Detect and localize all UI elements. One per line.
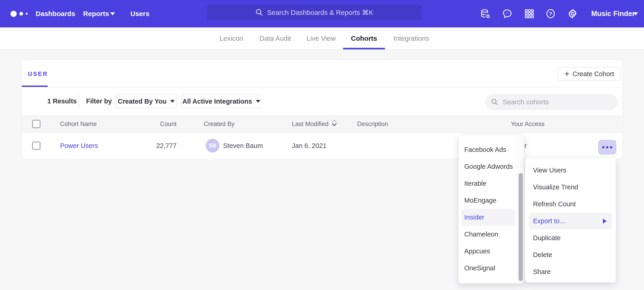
avatar: SB [206, 139, 220, 153]
tab-lexicon[interactable]: Lexicon [220, 28, 243, 49]
row-actions-menu: View Users Visualize Trend Refresh Count… [525, 158, 616, 282]
create-cohort-label: Create Cohort [572, 70, 614, 78]
menu-item-delete[interactable]: Delete [525, 246, 616, 263]
menu-item-share[interactable]: Share [525, 263, 616, 280]
table-row: Power Users 22,777 SB Steven Baum Jan 6,… [22, 133, 622, 159]
tab-cohorts[interactable]: Cohorts [351, 28, 377, 49]
logo-dot-small [26, 13, 28, 15]
create-cohort-button[interactable]: + Create Cohort [558, 67, 621, 81]
menu-item-view-users[interactable]: View Users [525, 162, 616, 179]
divider [78, 94, 79, 108]
feedback-icon[interactable] [502, 8, 513, 19]
menu-item-onesignal[interactable]: OneSignal [458, 260, 518, 276]
dot-icon [606, 146, 608, 149]
search-icon [491, 98, 498, 106]
cohorts-page: { "colors":{ "navbar":"#4B40DF","nav-sea… [0, 0, 644, 290]
scrollbar-thumb[interactable] [519, 173, 523, 281]
column-header-created-by[interactable]: Created By [204, 115, 234, 133]
cohorts-card: USER + Create Cohort 1 Results Filter by… [22, 60, 622, 159]
created-by-filter-label: Created By You [118, 98, 166, 105]
column-header-your-access[interactable]: Your Access [511, 115, 545, 133]
divider [22, 87, 622, 87]
cohort-search-input[interactable] [503, 98, 608, 106]
row-checkbox[interactable] [32, 141, 40, 150]
svg-text:?: ? [549, 11, 552, 17]
export-destinations-submenu: Braze Facebook Ads Google Adwords Iterab… [458, 135, 524, 283]
nav-item-dashboards[interactable]: Dashboards [36, 0, 75, 28]
menu-item-moengage[interactable]: MoEngage [458, 192, 518, 209]
submenu-arrow-icon [603, 219, 606, 224]
logo-dot-large [10, 11, 17, 17]
cohort-count: 22,777 [118, 133, 176, 159]
global-search-input[interactable]: Search Dashboards & Reports ⌘K [207, 5, 422, 20]
column-header-last-modified[interactable]: Last Modified [292, 115, 337, 133]
menu-item-chameleon[interactable]: Chameleon [458, 226, 518, 243]
settings-gear-icon[interactable] [567, 8, 578, 19]
table-header-row: Cohort Name Count Created By Last Modifi… [22, 115, 622, 133]
menu-item-visualize-trend[interactable]: Visualize Trend [525, 179, 616, 196]
workspace-switcher[interactable]: Music Finder [591, 0, 635, 28]
chevron-down-icon [256, 100, 260, 103]
active-tab-underline [343, 48, 385, 49]
menu-item-insider[interactable]: Insider [461, 209, 515, 226]
column-header-cohort-name[interactable]: Cohort Name [60, 115, 97, 133]
search-icon [255, 8, 263, 17]
mixpanel-dots-logo[interactable] [10, 0, 28, 28]
help-icon[interactable]: ? [545, 8, 556, 19]
menu-item-braze[interactable]: Braze [458, 135, 518, 141]
chevron-down-icon [110, 12, 115, 15]
results-count: 1 Results [47, 87, 77, 115]
tab-integrations[interactable]: Integrations [394, 28, 429, 49]
tab-user-cohorts[interactable]: USER [28, 70, 48, 78]
dot-icon [602, 146, 604, 149]
filter-by-label: Filter by [86, 87, 112, 115]
menu-item-refresh-count[interactable]: Refresh Count [525, 196, 616, 212]
dot-icon [610, 146, 612, 149]
integrations-filter-label: All Active Integrations [182, 98, 252, 105]
menu-item-iterable[interactable]: Iterable [458, 175, 518, 192]
created-by-name: Steven Baum [223, 133, 263, 159]
column-header-description[interactable]: Description [357, 115, 388, 133]
top-navbar: Dashboards Reports Users Search Dashboar… [0, 0, 644, 28]
nav-item-reports[interactable]: Reports [83, 0, 109, 28]
sort-descending-icon[interactable] [331, 115, 337, 133]
menu-item-facebook-ads[interactable]: Facebook Ads [458, 141, 518, 158]
submenu-scrollbar [517, 135, 524, 283]
tab-data-audit[interactable]: Data Audit [260, 28, 291, 49]
data-management-icon[interactable] [480, 8, 491, 19]
last-modified-label: Last Modified [292, 120, 328, 127]
menu-item-google-adwords[interactable]: Google Adwords [458, 158, 518, 175]
chevron-down-icon [170, 100, 175, 103]
plus-icon: + [564, 70, 569, 78]
workspace-chevron-down-icon [633, 12, 638, 15]
logo-dot-medium [20, 12, 23, 16]
select-all-checkbox[interactable] [32, 120, 40, 128]
column-header-count[interactable]: Count [118, 115, 176, 133]
apps-grid-icon[interactable] [524, 8, 535, 19]
menu-item-appcues[interactable]: Appcues [458, 243, 518, 260]
nav-item-users[interactable]: Users [130, 0, 149, 28]
global-search-placeholder: Search Dashboards & Reports ⌘K [267, 9, 373, 17]
tab-live-view[interactable]: Live View [306, 28, 336, 49]
export-to-label: Export to... [533, 217, 565, 225]
cohort-search-box [485, 94, 618, 110]
menu-item-duplicate[interactable]: Duplicate [525, 229, 616, 246]
cohort-name-link[interactable]: Power Users [60, 133, 98, 159]
integrations-filter-dropdown[interactable]: All Active Integrations [181, 94, 261, 108]
export-destinations-list: Braze Facebook Ads Google Adwords Iterab… [458, 135, 518, 283]
section-tabstrip: Lexicon Data Audit Live View Cohorts Int… [0, 28, 644, 50]
created-by-filter-dropdown[interactable]: Created By You [116, 94, 177, 108]
last-modified-date: Jan 6, 2021 [292, 133, 326, 159]
menu-item-export-to[interactable]: Export to... [529, 212, 612, 229]
row-actions-button[interactable] [598, 140, 616, 154]
